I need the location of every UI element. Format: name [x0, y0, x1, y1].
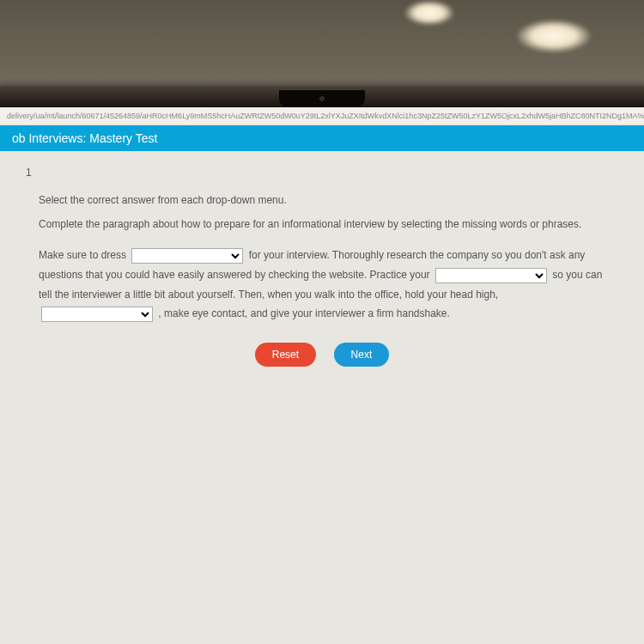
ceiling-light — [404, 0, 455, 26]
subinstruction-text: Complete the paragraph about how to prep… — [39, 218, 605, 230]
paragraph-text-1: Make sure to dress — [39, 249, 129, 261]
paragraph-text-4: , make eye contact, and give your interv… — [158, 307, 450, 319]
screen-area: delivery/ua/mt/launch/60671/45264859/aHR… — [0, 107, 644, 644]
camera-notch — [279, 90, 365, 107]
page-title: ob Interviews: Mastery Test — [12, 131, 157, 145]
page-title-bar: ob Interviews: Mastery Test — [0, 125, 644, 151]
dropdown-1[interactable] — [131, 248, 243, 264]
dropdown-2[interactable] — [435, 268, 547, 283]
camera-dot — [319, 96, 325, 101]
ceiling-light — [515, 19, 592, 53]
button-row: Reset Next — [39, 343, 605, 367]
reset-button[interactable]: Reset — [255, 343, 316, 367]
question-number: 1 — [26, 167, 605, 179]
dropdown-3[interactable] — [41, 307, 153, 322]
next-button[interactable]: Next — [334, 343, 390, 367]
question-paragraph: Make sure to dress for your interview. T… — [39, 246, 605, 324]
url-bar: delivery/ua/mt/launch/60671/45264859/aHR… — [0, 107, 644, 125]
content-area: 1 Select the correct answer from each dr… — [0, 151, 644, 382]
instruction-text: Select the correct answer from each drop… — [39, 194, 605, 206]
